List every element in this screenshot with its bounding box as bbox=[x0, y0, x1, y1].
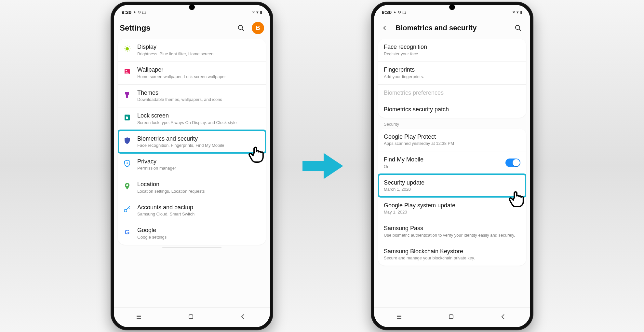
status-right-icons: ✕ ▾ ▮ bbox=[252, 10, 262, 15]
search-icon[interactable] bbox=[235, 22, 247, 34]
item-biometrics-patch[interactable]: Biometrics security patch bbox=[378, 101, 526, 118]
nav-home-icon[interactable] bbox=[447, 313, 457, 322]
settings-item-privacy[interactable]: PrivacyPermission manager bbox=[118, 153, 266, 176]
item-subtitle: March 1, 2020 bbox=[384, 187, 520, 192]
item-samsung-pass[interactable]: Samsung PassUse biometric authentication… bbox=[378, 220, 526, 242]
status-right-icons: ✕ ▾ ▮ bbox=[512, 10, 522, 15]
camera-hole-icon bbox=[189, 4, 195, 10]
svg-point-25 bbox=[516, 25, 520, 30]
screen-biometrics: 9:30▲ ⊝ ⬚ ✕ ▾ ▮ Biometrics and security … bbox=[374, 5, 530, 327]
nav-recents-icon[interactable] bbox=[395, 313, 405, 322]
svg-point-16 bbox=[126, 184, 128, 186]
svg-line-7 bbox=[125, 47, 126, 47]
biometrics-list[interactable]: Face recognitionRegister your face. Fing… bbox=[374, 39, 530, 307]
item-title: Find My Mobile bbox=[384, 156, 500, 163]
svg-point-15 bbox=[127, 162, 128, 164]
item-subtitle: Apps scanned yesterday at 12:38 PM bbox=[384, 141, 520, 146]
status-time: 9:30 bbox=[122, 9, 131, 15]
key-icon bbox=[122, 204, 132, 214]
status-left-icons: ▲ ⊝ ⬚ bbox=[393, 10, 406, 14]
status-time: 9:30 bbox=[382, 9, 392, 15]
themes-icon bbox=[122, 90, 132, 100]
svg-line-1 bbox=[242, 29, 244, 31]
item-title: Samsung Pass bbox=[384, 225, 520, 232]
phone-settings: 9:30▲ ⊝ ⬚ ✕ ▾ ▮ Settings B DisplayBright… bbox=[111, 2, 273, 330]
item-find-my-mobile[interactable]: Find My MobileOn bbox=[378, 151, 526, 174]
item-title: Google Play system update bbox=[384, 202, 520, 209]
svg-rect-24 bbox=[189, 315, 193, 319]
back-icon[interactable] bbox=[379, 22, 391, 34]
page-title: Settings bbox=[120, 23, 230, 33]
settings-item-themes[interactable]: ThemesDownloadable themes, wallpapers, a… bbox=[118, 84, 266, 107]
biometrics-header: Biometrics and security bbox=[374, 19, 530, 39]
item-title: Location bbox=[137, 181, 261, 188]
nav-bar bbox=[114, 307, 270, 327]
svg-point-17 bbox=[124, 209, 127, 212]
item-title: Google bbox=[137, 227, 261, 234]
item-security-update[interactable]: Security updateMarch 1, 2020 bbox=[378, 174, 526, 197]
item-subtitle: On bbox=[384, 164, 500, 170]
lock-icon bbox=[122, 113, 132, 122]
item-subtitle: Location settings, Location requests bbox=[137, 189, 261, 194]
settings-list[interactable]: DisplayBrightness, Blue light filter, Ho… bbox=[114, 39, 270, 307]
svg-line-26 bbox=[519, 29, 521, 31]
settings-item-accounts[interactable]: Accounts and backupSamsung Cloud, Smart … bbox=[118, 199, 266, 222]
settings-item-google[interactable]: G GoogleGoogle settings bbox=[118, 222, 266, 244]
item-title: Security update bbox=[384, 179, 520, 187]
settings-item-lockscreen[interactable]: Lock screenScreen lock type, Always On D… bbox=[118, 107, 266, 130]
item-subtitle: Home screen wallpaper, Lock screen wallp… bbox=[137, 74, 261, 80]
section-security-label: Security bbox=[378, 118, 526, 129]
status-left-icons: ▲ ⊝ ⬚ bbox=[133, 10, 146, 14]
settings-item-biometrics[interactable]: Biometrics and securityFace recognition,… bbox=[118, 130, 266, 153]
nav-back-icon[interactable] bbox=[239, 313, 249, 322]
svg-line-10 bbox=[129, 47, 130, 47]
item-blockchain-keystore[interactable]: Samsung Blockchain KeystoreSecure and ma… bbox=[378, 243, 526, 266]
privacy-icon bbox=[122, 159, 132, 168]
item-subtitle: Google settings bbox=[137, 235, 261, 240]
item-title: Fingerprints bbox=[384, 66, 520, 74]
display-icon bbox=[122, 44, 132, 54]
item-subtitle: Secure and manage your blockchain privat… bbox=[384, 256, 520, 261]
nav-bar bbox=[374, 307, 530, 327]
item-subtitle: Brightness, Blue light filter, Home scre… bbox=[137, 51, 261, 57]
item-face-recognition[interactable]: Face recognitionRegister your face. bbox=[378, 39, 526, 61]
item-subtitle: Permission manager bbox=[137, 166, 261, 171]
location-icon bbox=[122, 181, 132, 191]
settings-header: Settings B bbox=[114, 19, 270, 39]
item-title: Google Play Protect bbox=[384, 133, 520, 141]
svg-line-9 bbox=[125, 51, 126, 51]
svg-line-18 bbox=[127, 206, 130, 210]
nav-recents-icon[interactable] bbox=[135, 313, 145, 322]
page-title: Biometrics and security bbox=[396, 24, 507, 32]
camera-hole-icon bbox=[449, 4, 455, 10]
item-subtitle: May 1, 2020 bbox=[384, 210, 520, 215]
svg-rect-30 bbox=[449, 315, 453, 319]
toggle-find-my-mobile[interactable] bbox=[505, 159, 520, 167]
settings-item-location[interactable]: LocationLocation settings, Location requ… bbox=[118, 176, 266, 199]
scroll-indicator bbox=[162, 247, 221, 248]
settings-item-display[interactable]: DisplayBrightness, Blue light filter, Ho… bbox=[118, 39, 266, 61]
svg-line-8 bbox=[129, 51, 130, 51]
item-title: Privacy bbox=[137, 158, 261, 165]
screen-settings: 9:30▲ ⊝ ⬚ ✕ ▾ ▮ Settings B DisplayBright… bbox=[114, 5, 270, 327]
item-title: Face recognition bbox=[384, 43, 520, 51]
avatar[interactable]: B bbox=[252, 22, 264, 34]
google-icon: G bbox=[122, 227, 132, 237]
phone-biometrics: 9:30▲ ⊝ ⬚ ✕ ▾ ▮ Biometrics and security … bbox=[371, 2, 533, 330]
item-subtitle: Use biometric authentication to verify y… bbox=[384, 233, 520, 238]
item-play-system-update[interactable]: Google Play system updateMay 1, 2020 bbox=[378, 197, 526, 220]
nav-back-icon[interactable] bbox=[499, 313, 509, 322]
nav-home-icon[interactable] bbox=[187, 313, 197, 322]
arrow-right-icon bbox=[299, 146, 345, 186]
item-title: Accounts and backup bbox=[137, 204, 261, 211]
item-title: Wallpaper bbox=[137, 66, 261, 74]
svg-point-0 bbox=[238, 25, 243, 30]
settings-item-wallpaper[interactable]: WallpaperHome screen wallpaper, Lock scr… bbox=[118, 61, 266, 84]
shield-icon bbox=[122, 136, 132, 145]
item-play-protect[interactable]: Google Play ProtectApps scanned yesterda… bbox=[378, 129, 526, 151]
svg-line-19 bbox=[128, 208, 129, 209]
item-fingerprints[interactable]: FingerprintsAdd your fingerprints. bbox=[378, 61, 526, 84]
item-title: Themes bbox=[137, 89, 261, 97]
wallpaper-icon bbox=[122, 67, 132, 76]
search-icon[interactable] bbox=[512, 22, 524, 34]
